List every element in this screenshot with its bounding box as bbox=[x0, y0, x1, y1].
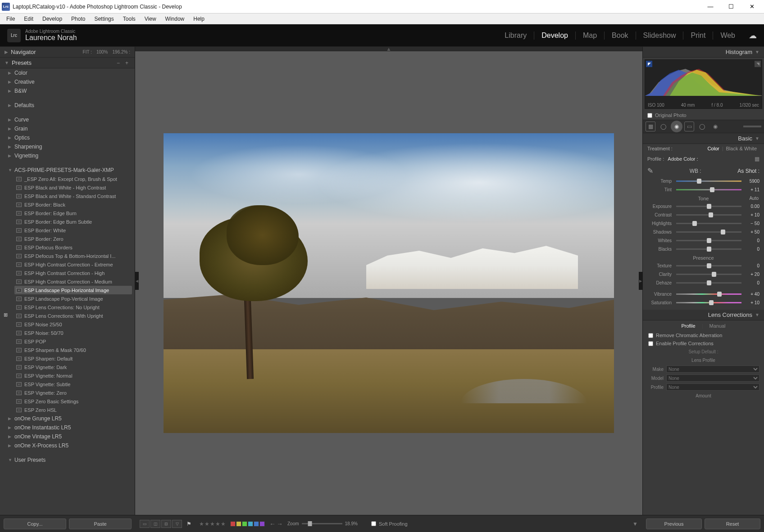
menu-photo[interactable]: Photo bbox=[67, 15, 90, 23]
preset-item[interactable]: ▫ESP Lens Corrections: No Upright bbox=[0, 303, 135, 311]
preset-item[interactable]: ▫ESP Black and White - Standard Contrast bbox=[0, 192, 135, 200]
slider-value-texture[interactable]: 0 bbox=[743, 263, 759, 268]
preset-item[interactable]: ▫ESP Defocus Top & Bottom-Horizontal I..… bbox=[0, 252, 135, 260]
loupe-view[interactable]: ▭ bbox=[140, 520, 150, 528]
preset-item[interactable]: ▫ESP Border: Black bbox=[0, 200, 135, 209]
lens-profile-select[interactable]: None bbox=[666, 383, 759, 391]
menu-window[interactable]: Window bbox=[161, 15, 189, 23]
slider-texture[interactable] bbox=[676, 265, 741, 266]
preset-item[interactable]: ▫ESP Vignette: Normal bbox=[0, 371, 135, 380]
treatment-color[interactable]: Color bbox=[705, 146, 722, 151]
slider-value-highlights[interactable]: − 50 bbox=[743, 221, 759, 226]
filmstrip-toggle-icon[interactable]: ▼ bbox=[632, 521, 638, 527]
preset-item[interactable]: ▫ESP Landscape Pop-Horizontal Image bbox=[14, 286, 132, 294]
color-label-swatch[interactable] bbox=[230, 521, 236, 527]
color-label-swatch[interactable] bbox=[259, 521, 265, 527]
crop-tool[interactable]: ▦ bbox=[646, 122, 655, 131]
preset-item[interactable]: ▫_ESP Zero All: Except Crop, Brush & Spo… bbox=[0, 175, 135, 183]
image-viewport[interactable] bbox=[135, 51, 642, 515]
preset-item[interactable]: ▫ESP Lens Corrections: With Upright bbox=[0, 311, 135, 320]
preset-group[interactable]: ▶onOne Grunge LR5 bbox=[0, 414, 135, 423]
preset-group[interactable]: ▶Creative bbox=[0, 77, 135, 86]
preset-item[interactable]: ▫ESP Sharpen: Default bbox=[0, 354, 135, 363]
preset-item[interactable]: ▫ESP Zero HSL bbox=[0, 406, 135, 414]
preset-item[interactable]: ▫ESP High Contrast Correction - High bbox=[0, 269, 135, 277]
presets-header[interactable]: ▼ Presets − + bbox=[0, 58, 135, 68]
shadow-clip-icon[interactable]: ◤ bbox=[646, 61, 652, 67]
module-tab-develop[interactable]: Develop bbox=[534, 32, 576, 40]
minimize-button[interactable]: — bbox=[700, 0, 721, 14]
module-tab-book[interactable]: Book bbox=[605, 32, 636, 40]
top-panel-toggle[interactable]: ▲ bbox=[135, 47, 642, 51]
slider-clarity[interactable] bbox=[676, 274, 741, 275]
slider-value-saturation[interactable]: + 10 bbox=[743, 300, 759, 305]
preset-group[interactable]: ▶Defaults bbox=[0, 101, 135, 110]
remove-ca-checkbox[interactable] bbox=[648, 333, 653, 338]
slider-contrast[interactable] bbox=[676, 214, 741, 216]
histogram-header[interactable]: Histogram ▼ bbox=[643, 47, 764, 58]
slider-vibrance[interactable] bbox=[676, 293, 741, 295]
menu-file[interactable]: File bbox=[2, 15, 19, 23]
brush-tool[interactable]: ◉ bbox=[709, 121, 721, 132]
color-label-swatch[interactable] bbox=[254, 521, 259, 527]
preset-item[interactable]: ▫ESP Landscape Pop-Vertical Image bbox=[0, 294, 135, 303]
profile-value[interactable]: Adobe Color : bbox=[668, 156, 698, 162]
zoom-slider[interactable] bbox=[302, 523, 342, 524]
prev-photo-icon[interactable]: ← bbox=[269, 520, 276, 527]
lens-setup[interactable]: Setup Default : bbox=[643, 347, 764, 356]
star-icon[interactable]: ★ bbox=[199, 521, 204, 527]
preset-item[interactable]: ▫ESP High Contrast Correction - Extreme bbox=[0, 260, 135, 269]
slider-temp[interactable] bbox=[676, 180, 741, 182]
preset-item[interactable]: ▫ESP Defocus Borders bbox=[0, 243, 135, 252]
preset-item[interactable]: ▫ESP Border: Edge Burn Subtle bbox=[0, 217, 135, 226]
star-icon[interactable]: ★ bbox=[205, 521, 209, 527]
module-tab-library[interactable]: Library bbox=[497, 32, 534, 40]
preset-item[interactable]: ▫ESP Vignette: Subtle bbox=[0, 380, 135, 388]
preset-item[interactable]: ▫ESP Black and White - High Contrast bbox=[0, 183, 135, 192]
slider-value-contrast[interactable]: + 10 bbox=[743, 212, 759, 217]
module-tab-slideshow[interactable]: Slideshow bbox=[636, 32, 684, 40]
before-after-tb[interactable]: ⊟ bbox=[161, 520, 171, 528]
paste-button[interactable]: Paste bbox=[69, 518, 132, 529]
module-tab-print[interactable]: Print bbox=[683, 32, 713, 40]
right-panel-toggle[interactable]: ▶ bbox=[639, 272, 642, 290]
star-icon[interactable]: ★ bbox=[215, 521, 220, 527]
menu-settings[interactable]: Settings bbox=[90, 15, 118, 23]
slider-value-temp[interactable]: 5900 bbox=[743, 179, 759, 184]
preset-group[interactable]: ▶Grain bbox=[0, 124, 135, 133]
preset-group[interactable]: ▶Vignetting bbox=[0, 151, 135, 160]
slider-highlights[interactable] bbox=[676, 223, 741, 224]
preset-item[interactable]: ▫ESP Vignette: Dark bbox=[0, 363, 135, 371]
slider-dehaze[interactable] bbox=[676, 282, 741, 284]
module-tab-web[interactable]: Web bbox=[713, 32, 742, 40]
color-label-swatch[interactable] bbox=[248, 521, 253, 527]
preset-tree[interactable]: ▶Color▶Creative▶B&W▶Defaults▶Curve▶Grain… bbox=[0, 68, 135, 515]
preset-group[interactable]: ▶Color bbox=[0, 68, 135, 77]
before-after-lr[interactable]: ◫ bbox=[150, 520, 160, 528]
wb-value[interactable]: As Shot : bbox=[737, 168, 759, 174]
cloud-sync-icon[interactable]: ☁ bbox=[749, 31, 757, 41]
preset-item[interactable]: ▫ESP Border: Zero bbox=[0, 234, 135, 243]
menu-help[interactable]: Help bbox=[189, 15, 209, 23]
slider-value-dehaze[interactable]: 0 bbox=[743, 280, 759, 285]
presets-minus-button[interactable]: − bbox=[115, 60, 122, 66]
preset-item[interactable]: ▫ESP Noise 25/50 bbox=[0, 320, 135, 329]
menu-tools[interactable]: Tools bbox=[118, 15, 140, 23]
spot-tool[interactable]: ◯ bbox=[657, 121, 669, 132]
navigator-header[interactable]: ▶ Navigator FIT : 100% 196.2% : bbox=[0, 47, 135, 58]
lens-profile-tab[interactable]: Profile bbox=[678, 323, 698, 329]
module-tab-map[interactable]: Map bbox=[576, 32, 605, 40]
slider-value-vibrance[interactable]: + 40 bbox=[743, 292, 759, 297]
preset-group[interactable]: ▼User Presets bbox=[0, 455, 135, 464]
slider-tint[interactable] bbox=[676, 189, 741, 190]
auto-button[interactable]: Auto bbox=[749, 196, 759, 201]
slider-value-tint[interactable]: + 11 bbox=[743, 187, 759, 192]
reset-button[interactable]: Reset bbox=[705, 518, 760, 529]
menu-view[interactable]: View bbox=[140, 15, 161, 23]
original-photo-checkbox[interactable] bbox=[647, 113, 652, 118]
slider-value-clarity[interactable]: + 20 bbox=[743, 272, 759, 277]
lens-manual-tab[interactable]: Manual bbox=[706, 323, 728, 329]
slider-saturation[interactable] bbox=[676, 302, 741, 303]
star-icon[interactable]: ★ bbox=[210, 521, 215, 527]
rating-stars[interactable]: ★★★★★ bbox=[199, 521, 226, 527]
